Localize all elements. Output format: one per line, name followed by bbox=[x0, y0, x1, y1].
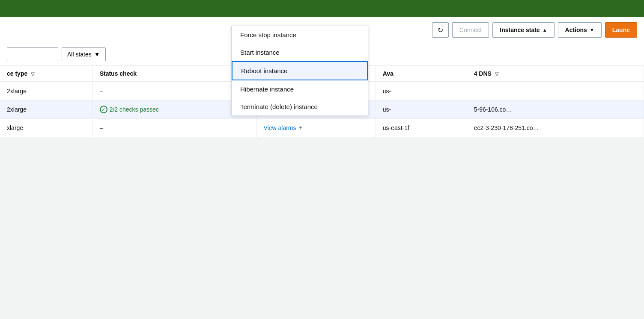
cell-az-3: us-east-1f bbox=[376, 119, 467, 137]
col-sort-icon-dns: ▽ bbox=[495, 71, 498, 77]
instance-state-arrow-icon: ▲ bbox=[543, 27, 547, 32]
menu-item-start[interactable]: Start instance bbox=[232, 44, 368, 61]
menu-item-terminate[interactable]: Terminate (delete) instance bbox=[232, 98, 368, 115]
status-ok-label-2: 2/2 checks passec bbox=[110, 106, 159, 113]
cell-az-1: us- bbox=[376, 82, 467, 100]
check-circle-icon: ✓ bbox=[100, 106, 107, 113]
cell-dns-2: 5-96-106.co… bbox=[467, 100, 644, 119]
alarm-cell-3: View alarms + bbox=[264, 124, 369, 132]
instance-state-button[interactable]: Instance state ▲ bbox=[492, 22, 554, 38]
col-sort-icon-instance-type: ▽ bbox=[31, 71, 34, 77]
view-alarms-link-3[interactable]: View alarms bbox=[264, 124, 296, 131]
cell-status-check-3: – bbox=[92, 119, 256, 137]
actions-label: Actions bbox=[565, 27, 587, 33]
instance-state-dropdown-menu: Force stop instance Start instance Reboo… bbox=[231, 26, 368, 116]
toolbar-right-actions: ↻ Connect Instance state ▲ Actions ▼ Lau… bbox=[432, 22, 637, 38]
col-header-status-check-label: Status check bbox=[100, 70, 137, 77]
cell-dns-1 bbox=[467, 82, 644, 100]
menu-item-hibernate[interactable]: Hibernate instance bbox=[232, 80, 368, 98]
connect-button[interactable]: Connect bbox=[452, 22, 489, 38]
search-input[interactable] bbox=[7, 47, 58, 61]
col-header-instance-type-label: ce type bbox=[7, 70, 27, 77]
col-header-public-dns[interactable]: 4 DNS ▽ bbox=[467, 66, 644, 82]
add-alarm-icon-3[interactable]: + bbox=[299, 124, 303, 132]
all-states-dropdown[interactable]: All states ▼ bbox=[62, 47, 106, 61]
menu-item-reboot[interactable]: Reboot instance bbox=[232, 61, 368, 80]
status-dash-1: – bbox=[100, 88, 103, 95]
launch-button[interactable]: Launc bbox=[605, 22, 637, 38]
top-navigation-bar bbox=[0, 0, 644, 17]
cell-instance-type-2: 2xlarge bbox=[0, 100, 92, 119]
page-wrapper: ↻ Connect Instance state ▲ Actions ▼ Lau… bbox=[0, 0, 644, 319]
col-header-instance-type[interactable]: ce type ▽ bbox=[0, 66, 92, 82]
menu-item-force-stop[interactable]: Force stop instance bbox=[232, 26, 368, 44]
cell-az-2: us- bbox=[376, 100, 467, 119]
status-ok-2: ✓ 2/2 checks passec bbox=[100, 106, 250, 113]
refresh-icon: ↻ bbox=[438, 26, 443, 34]
cell-alarm-status-3: View alarms + bbox=[256, 119, 376, 137]
table-row[interactable]: xlarge – View alarms + us-east-1f ec2-3-… bbox=[0, 119, 644, 137]
launch-label: Launc bbox=[612, 27, 630, 33]
connect-label: Connect bbox=[459, 27, 482, 33]
status-dash-3: – bbox=[100, 124, 103, 131]
cell-instance-type-3: xlarge bbox=[0, 119, 92, 137]
all-states-label: All states bbox=[67, 51, 92, 58]
all-states-arrow-icon: ▼ bbox=[94, 51, 100, 58]
col-header-availability-zone-label: Ava bbox=[383, 70, 394, 77]
instance-state-label: Instance state bbox=[500, 27, 540, 33]
cell-dns-3: ec2-3-230-178-251.co… bbox=[467, 119, 644, 137]
actions-button[interactable]: Actions ▼ bbox=[558, 22, 602, 38]
refresh-button[interactable]: ↻ bbox=[432, 22, 449, 38]
col-header-public-dns-label: 4 DNS bbox=[474, 70, 492, 77]
actions-arrow-icon: ▼ bbox=[590, 27, 594, 32]
cell-instance-type-1: 2xlarge bbox=[0, 82, 92, 100]
col-header-availability-zone[interactable]: Ava bbox=[376, 66, 467, 82]
